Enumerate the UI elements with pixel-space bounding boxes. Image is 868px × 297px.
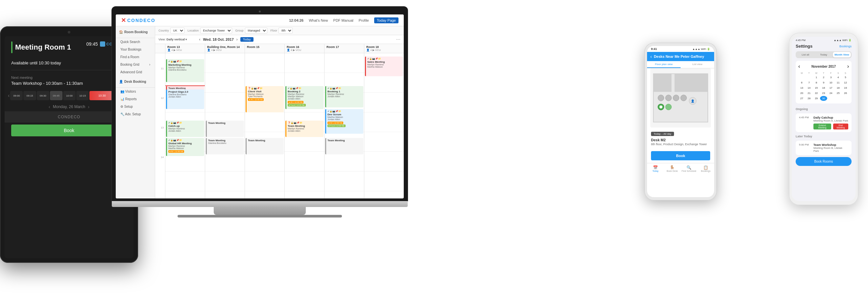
setup-item[interactable]: ⚙ Setup xyxy=(116,103,155,110)
end-meeting-btn[interactable]: End Meeting xyxy=(833,124,848,129)
phone1-book-button[interactable]: Book xyxy=(651,151,710,160)
event-team-meeting-14b[interactable]: Team Meeting Gianina Bocolanu xyxy=(206,138,244,155)
cal-day-30[interactable]: 29 xyxy=(813,96,820,101)
timeline-slot-1000[interactable]: 10:00 xyxy=(63,91,75,100)
cal-day-26[interactable]: 25 xyxy=(835,91,842,96)
timeline-slot-0915[interactable]: 09:15 xyxy=(23,91,36,100)
quick-search-item[interactable]: Quick Search xyxy=(116,38,155,46)
phone2-bookings-link[interactable]: Bookings xyxy=(839,45,851,48)
pdf-manual-nav[interactable]: PDF Manual xyxy=(333,19,353,22)
event-global-hr[interactable]: ✓🔒📷📌📁 Global HR Meeting Marilyn Ramirez … xyxy=(166,138,204,156)
desk-circle-available[interactable] xyxy=(665,104,671,110)
event-sales-meeting[interactable]: ✓🔒📷📌📁 Sales Meeting Marilyn Ramirez Mart… xyxy=(365,57,403,76)
profile-nav[interactable]: Profile xyxy=(359,19,369,22)
cal-today-button[interactable]: Today xyxy=(240,37,253,42)
seg-month-view[interactable]: Month View xyxy=(833,52,851,58)
cal-day-15[interactable]: 14 xyxy=(806,86,812,90)
event-team-meeting-15[interactable]: Team Meeting xyxy=(246,138,284,155)
floor-plan-tab[interactable]: Floor plan view xyxy=(647,61,681,68)
cal-next-arrow[interactable]: › xyxy=(237,37,238,42)
cal-day-19[interactable]: 18 xyxy=(835,86,842,90)
cal-day-6[interactable]: 5 xyxy=(842,75,849,80)
cal-day-4[interactable]: 3 xyxy=(828,75,834,80)
cal-day-5[interactable]: 4 xyxy=(835,75,842,80)
tablet-date-next[interactable]: › xyxy=(88,104,89,109)
advanced-grid-item[interactable]: Advanced Grid xyxy=(116,68,155,76)
timeline-slot-1015[interactable]: 10:15 xyxy=(76,91,89,100)
cal-day-13[interactable]: 12 xyxy=(842,80,849,85)
booking-grid-item[interactable]: Booking Grid › xyxy=(116,61,155,68)
cal-day-24[interactable]: 23 xyxy=(820,91,827,96)
cal-day-25[interactable]: 24 xyxy=(828,91,834,96)
cal-day-8[interactable]: 7 xyxy=(806,80,812,85)
event-marketing-meeting[interactable]: ✓🔒📷📌📁 Marketing Meeting Marilyn Ramirez … xyxy=(166,59,204,82)
room-col-15[interactable]: ❓🔒📷📌📁 Client Visit Marilyn Watson Tyler … xyxy=(245,53,284,198)
group-select[interactable]: Managed xyxy=(245,28,267,34)
today-page-nav[interactable]: Today Page xyxy=(374,18,399,23)
tablet-date-prev[interactable]: ‹ xyxy=(49,104,50,109)
event-team-meeting-16[interactable]: ❓🔒📷📌📁 Team Meeting Marilyn Ramirez Jorda… xyxy=(285,121,323,137)
event-client-visit[interactable]: ❓🔒📷📌📁 Client Visit Marilyn Watson Tyler … xyxy=(246,86,284,112)
event-catchup[interactable]: ✓🔒📷📌📁 Catch-up Marilyn Ramirez Jordan Al… xyxy=(166,121,204,137)
cal-day-7[interactable]: 6 xyxy=(798,80,805,85)
cal-day-20[interactable]: 19 xyxy=(842,86,849,90)
event-dev-scrum[interactable]: ✓🔒📷📌📁 Dev Scrum Martha Watson Jordan All… xyxy=(325,109,363,134)
cal-day-31[interactable]: 30 xyxy=(820,96,827,101)
tablet-book-button[interactable]: Book xyxy=(11,125,127,136)
desk-circle-2[interactable] xyxy=(665,95,671,101)
room-col-18[interactable]: ✓🔒📷📌📁 Sales Meeting Marilyn Ramirez Mart… xyxy=(364,53,404,198)
visitors-item[interactable]: 👥 Visitors xyxy=(116,88,155,95)
seg-today[interactable]: Today xyxy=(814,52,833,58)
timeline-prev-arrow[interactable]: ‹ xyxy=(8,93,9,99)
cal-day-28[interactable]: 27 xyxy=(798,96,805,101)
cal-day-2[interactable]: 1 xyxy=(813,75,820,80)
cal-day-22[interactable]: 21 xyxy=(806,91,812,96)
cal-day-21[interactable]: 20 xyxy=(798,91,805,96)
cal-day-16[interactable]: 15 xyxy=(813,86,820,90)
cal-day-17[interactable]: 16 xyxy=(820,86,827,90)
desk-circle-3[interactable] xyxy=(673,95,679,101)
floor-select[interactable]: 8th xyxy=(278,28,292,34)
room-col-17[interactable]: ✓🔒📷📌📁 Booking 1 Marilyn Ramirez Jordan A… xyxy=(324,53,364,198)
timeline-slot-0945[interactable]: 09:45 xyxy=(50,91,62,100)
your-bookings-item[interactable]: Your Bookings xyxy=(116,46,155,53)
desk-circle-1[interactable] xyxy=(658,95,664,101)
phone1-nav-find-schedule[interactable]: 🔍 Find Schedule xyxy=(681,165,698,172)
phone1-nav-today[interactable]: 📅 Today xyxy=(647,165,664,172)
cal-more-menu[interactable]: ··· xyxy=(396,36,400,42)
phone2-book-rooms-button[interactable]: Book Rooms xyxy=(796,157,851,166)
country-select[interactable]: UK xyxy=(170,28,184,34)
cal-day-29[interactable]: 28 xyxy=(806,96,812,101)
room-col-13[interactable]: ✓🔒📷📌📁 Marketing Meeting Marilyn Ramirez … xyxy=(165,53,205,198)
timeline-slot-0900[interactable]: 09:00 xyxy=(10,91,23,100)
desk-circle-4[interactable] xyxy=(681,95,686,101)
room-col-16[interactable]: ✓🔒📷📌📁 Booking 2 Marilyn Ramirez Marilyn … xyxy=(284,53,324,198)
seg-list-all[interactable]: List all xyxy=(796,52,814,58)
cal-day-18[interactable]: 17 xyxy=(828,86,834,90)
phone1-nav-bookings[interactable]: 📋 Bookings xyxy=(698,165,714,172)
find-room-item[interactable]: Find a Room xyxy=(116,53,155,61)
phone2-cal-prev[interactable]: ‹ xyxy=(798,63,800,69)
adv-setup-item[interactable]: 🔧 Adv. Setup xyxy=(116,110,155,118)
event-booking-1[interactable]: ✓🔒📷📌📁 Booking 1 Marilyn Ramirez Jordan A… xyxy=(325,86,363,107)
event-booking-2[interactable]: ✓🔒📷📌📁 Booking 2 Marilyn Ramirez Marilyn … xyxy=(285,86,323,109)
cal-day-27[interactable]: 26 xyxy=(842,91,849,96)
phone1-nav-book-desk[interactable]: 🪑 Book Desk xyxy=(664,165,681,172)
cal-day-10[interactable]: 9 xyxy=(820,80,827,85)
whats-new-nav[interactable]: What's New xyxy=(309,19,328,22)
location-select[interactable]: Exchange Tower xyxy=(200,28,232,34)
cal-prev-arrow[interactable]: ‹ xyxy=(199,37,200,42)
cal-day-12[interactable]: 11 xyxy=(835,80,842,85)
phone2-cal-next[interactable]: › xyxy=(847,63,849,69)
phone1-back-button[interactable]: ‹ xyxy=(650,54,652,59)
event-project-giga[interactable]: Project Giga 2.0 Gianina Bocolanu Jordan… xyxy=(166,89,204,109)
cal-day-23[interactable]: 22 xyxy=(813,91,820,96)
event-team-meeting-17[interactable]: Team Meeting xyxy=(325,138,363,155)
timeline-slot-0930[interactable]: 09:30 xyxy=(37,91,49,100)
extend-meeting-btn[interactable]: Extend Meeting xyxy=(813,124,831,129)
cal-day-3[interactable]: 2 xyxy=(820,75,827,80)
room-col-14[interactable]: Team Meeting Team Meeting Gianina Bocola… xyxy=(205,53,245,198)
cal-day-11[interactable]: 10 xyxy=(828,80,834,85)
reports-item[interactable]: 📊 Reports xyxy=(116,95,155,103)
event-team-meeting-14[interactable]: Team Meeting xyxy=(206,121,244,137)
